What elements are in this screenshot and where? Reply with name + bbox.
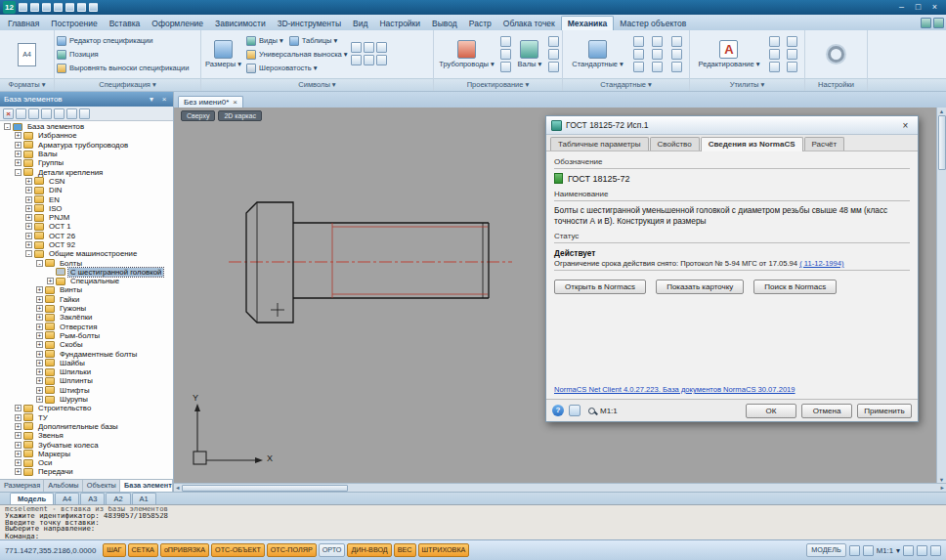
standard-tool-icon[interactable] [671, 62, 682, 72]
tree-expand-toggle[interactable]: + [15, 414, 22, 421]
mode-toggle-button[interactable]: ШТРИХОВКА [418, 543, 470, 557]
mode-toggle-button[interactable]: ДИН-ВВОД [347, 543, 391, 557]
tree-expand-toggle[interactable]: + [36, 314, 43, 321]
standard-tool-icon[interactable] [652, 36, 663, 47]
ribbon-tab[interactable]: Главная [2, 17, 45, 30]
help-icon[interactable]: ? [552, 405, 564, 416]
symbol-tool-icon[interactable] [351, 42, 362, 53]
mode-toggle-button[interactable]: ВЕС [394, 543, 416, 557]
tree-expand-toggle[interactable]: - [36, 260, 43, 267]
ribbon-tab[interactable]: Механика [561, 16, 615, 30]
symbol-tool-icon[interactable] [364, 42, 374, 53]
tree-item[interactable]: + Штифты [2, 386, 173, 395]
tree-item[interactable]: + Зубчатые колеса [2, 440, 173, 449]
dimensions-button[interactable]: Размеры ▾ [203, 39, 243, 69]
ribbon-tab[interactable]: 3D-инструменты [272, 17, 347, 30]
utility-tool-icon[interactable] [787, 36, 797, 47]
tree-item[interactable]: + Гайки [2, 295, 173, 304]
tree-item[interactable]: + Звенья [2, 431, 173, 440]
ribbon-tab[interactable]: Оформление [146, 17, 209, 30]
mode-toggle-button[interactable]: СЕТКА [128, 543, 158, 557]
dialog-close-button[interactable]: × [898, 120, 913, 131]
settings-button[interactable] [824, 43, 848, 65]
app-logo[interactable]: 12 [3, 1, 16, 14]
tree-expand-toggle[interactable]: + [25, 233, 32, 239]
tree-item[interactable]: + Валы [2, 150, 173, 158]
tree-item[interactable]: + Маркеры [2, 450, 173, 458]
design-tool-icon[interactable] [548, 36, 559, 47]
style-manager-icon[interactable] [921, 18, 931, 28]
tree-expand-toggle[interactable]: + [25, 205, 32, 212]
dialog-tab[interactable]: Расчёт [804, 137, 845, 151]
ok-button[interactable]: ОК [746, 404, 796, 418]
symbol-tool-icon[interactable] [376, 42, 387, 53]
panel-tab[interactable]: База элементов [120, 480, 173, 492]
tree-item[interactable]: - Детали крепления [2, 167, 173, 176]
close-button[interactable]: × [926, 1, 943, 14]
tree-expand-toggle[interactable]: + [15, 468, 22, 475]
clean-screen-icon[interactable] [930, 545, 941, 556]
normacs-action-button[interactable]: Показать карточку [656, 280, 744, 294]
ribbon-tab[interactable]: Настройки [373, 17, 426, 30]
tree-expand-toggle[interactable]: + [36, 296, 43, 303]
search-icon[interactable] [79, 108, 90, 119]
ribbon-tab[interactable]: Облака точек [497, 17, 561, 30]
horizontal-scrollbar[interactable]: ◄ ► [174, 483, 946, 492]
delete-icon[interactable]: × [3, 108, 14, 119]
model-space-button[interactable]: МОДЕЛЬ [806, 543, 846, 557]
symbol-tool-icon[interactable] [376, 55, 387, 65]
mode-toggle-button[interactable]: оПРИВЯЗКА [160, 543, 209, 557]
tree-expand-toggle[interactable]: + [25, 187, 32, 194]
tree-item[interactable]: + Оси [2, 458, 173, 467]
ribbon-tab[interactable]: Вставка [104, 17, 147, 30]
utility-tool-icon[interactable] [769, 62, 780, 72]
tree-item[interactable]: + Гужоны [2, 304, 173, 313]
folder-up-icon[interactable] [16, 108, 26, 119]
tree-expand-toggle[interactable]: + [36, 351, 43, 358]
tree-item[interactable]: + Шайбы [2, 359, 173, 367]
standard-tool-icon[interactable] [633, 36, 644, 47]
ribbon-band-formats[interactable]: Форматы ▾ [0, 78, 54, 91]
tree-expand-toggle[interactable]: + [15, 132, 22, 139]
quick-access-dropdown-icon[interactable] [89, 3, 98, 12]
tree-expand-toggle[interactable]: + [36, 332, 43, 339]
tree-expand-toggle[interactable]: + [15, 451, 22, 457]
normacs-action-button[interactable]: Открыть в Normacs [554, 280, 646, 294]
tree-item[interactable]: + ISO [2, 204, 173, 213]
tree-item[interactable]: + Избранное [2, 131, 173, 140]
shafts-button[interactable]: Валы ▾ [516, 39, 544, 69]
tree-expand-toggle[interactable]: + [15, 423, 22, 430]
tree-expand-toggle[interactable]: + [15, 405, 22, 411]
tree-expand-toggle[interactable]: + [15, 159, 22, 166]
tree-expand-toggle[interactable]: + [15, 442, 22, 449]
tree-expand-toggle[interactable]: - [25, 250, 32, 257]
tree-item[interactable]: + Шурупы [2, 395, 173, 404]
panel-tab[interactable]: Размерная [0, 480, 44, 492]
tree-expand-toggle[interactable]: + [25, 196, 32, 203]
sheet-tab[interactable]: A2 [106, 493, 130, 504]
standard-tool-icon[interactable] [671, 49, 682, 60]
new-folder-icon[interactable] [28, 108, 39, 119]
universal-leader-button[interactable]: Универсальная выноска ▾ [246, 48, 348, 61]
tree-item[interactable]: - Общие машиностроение [2, 249, 173, 258]
dialog-tab[interactable]: Табличные параметры [550, 137, 649, 151]
tree-item[interactable]: + Дополнительные базы [2, 422, 173, 431]
align-leaders-button[interactable]: Выровнять выноски спецификации [57, 62, 198, 74]
sheet-tab[interactable]: A3 [80, 493, 105, 504]
ribbon-tab[interactable]: Построение [45, 17, 103, 30]
tables-button[interactable]: Таблицы ▾ [289, 34, 337, 47]
sheet-tab[interactable]: Модель [10, 493, 54, 504]
ribbon-band-symbols[interactable]: Символы ▾ [201, 78, 433, 91]
tree-item[interactable]: + EN [2, 194, 173, 203]
panel-tab[interactable]: Объекты [83, 480, 120, 492]
tree-expand-toggle[interactable]: + [25, 241, 32, 248]
tree-expand-toggle[interactable]: + [36, 286, 43, 293]
standard-tool-icon[interactable] [652, 62, 663, 72]
new-file-icon[interactable] [19, 3, 27, 12]
viewport-control-button[interactable]: 2D каркас [218, 110, 262, 121]
pipelines-button[interactable]: Трубопроводы ▾ [437, 39, 495, 69]
annotation-scale-icon[interactable] [863, 545, 874, 556]
ribbon-tab[interactable]: Вид [347, 17, 373, 30]
dialog-titlebar[interactable]: ГОСТ 18125-72 Исп.1 × [546, 116, 918, 135]
tree-expand-toggle[interactable]: + [36, 323, 43, 330]
